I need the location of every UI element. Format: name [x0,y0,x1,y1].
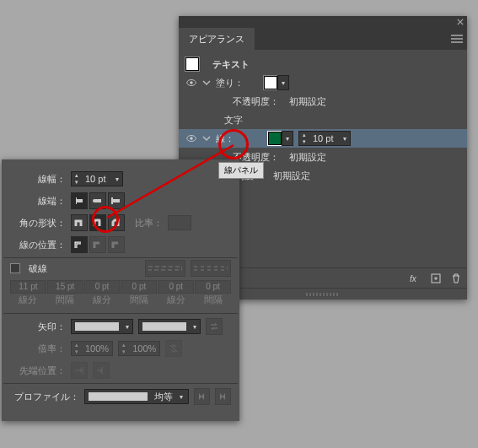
characters-row[interactable]: 文字 [185,111,460,129]
arrow-label: 矢印： [10,321,66,333]
chevron-down-icon[interactable] [202,134,211,143]
opacity-label: 不透明度： [233,95,279,108]
cap-label: 線端： [10,195,66,208]
close-icon[interactable] [457,19,464,25]
tooltip-stroke-panel: 線パネル [218,162,264,179]
dash-sublabel: 線分 [158,294,194,306]
text-swatch [185,57,199,71]
opacity-value: 初期設定 [289,151,326,164]
align-inside-icon [89,236,106,253]
stroke-row[interactable]: 線： ▾ ▴▾ 10 pt ▾ [179,129,467,148]
arrow-end-combo[interactable]: ▾ [138,319,201,334]
svg-point-3 [190,137,193,140]
dash-input: 0 pt [121,280,157,294]
align-label: 線の位置： [10,239,66,251]
fx-icon[interactable]: fx [410,273,422,284]
panel-menu-icon[interactable] [447,28,467,50]
tab-appearance[interactable]: アピアランス [179,28,255,50]
svg-rect-14 [148,267,182,270]
dash-inputs: 11 pt線分 15 pt間隔 0 pt線分 0 pt間隔 0 pt線分 0 p… [10,280,231,306]
dash-input: 0 pt [195,280,231,294]
cap-round-icon[interactable] [89,192,106,209]
join-round-icon[interactable] [89,214,106,231]
stroke-swatch-dropdown[interactable]: ▾ [282,131,293,146]
scale-label: 倍率： [10,343,66,355]
align-row: 線の位置： [10,234,231,256]
target-row: テキスト [185,55,460,73]
tip-extend-icon [71,362,88,379]
dash-input: 15 pt [47,280,83,294]
heading-text: テキスト [212,58,250,71]
join-miter-icon[interactable] [71,214,88,231]
dash-align-corners-icon [191,260,231,277]
eye-icon[interactable] [185,77,197,89]
arrow-row: 矢印： ▾ ▾ [10,316,231,337]
svg-point-1 [190,81,193,84]
char-label: 文字 [224,114,243,127]
stroke-swatch[interactable] [268,132,282,145]
join-row: 角の形状： 比率： [10,212,231,234]
fill-swatch-dropdown[interactable]: ▾ [277,75,289,90]
flip-vertical-icon [215,388,231,405]
panel-header-bar [179,16,467,28]
scale-end-input: ▴▾100% [118,341,160,356]
align-center-icon[interactable] [71,236,88,253]
dash-sublabel: 間隔 [47,294,83,306]
dash-sublabel: 線分 [10,294,46,306]
dash-sublabel: 間隔 [195,294,231,306]
stroke-width-combo[interactable]: ▴▾ 10 pt ▾ [298,131,351,146]
fill-opacity-row[interactable]: 不透明度： 初期設定 [185,92,460,111]
link-icon [165,340,182,357]
svg-rect-15 [194,267,228,270]
svg-text:fx: fx [410,274,417,283]
flip-horizontal-icon [194,388,210,405]
stroke-label: 線： [216,132,234,145]
cap-row: 線端： [10,190,231,212]
miter-ratio-input [168,215,191,230]
arrow-start-combo[interactable]: ▾ [71,319,133,334]
profile-row: プロファイル： 均等 ▾ [10,386,231,408]
opacity-value: 初期設定 [289,95,326,108]
fill-label: 塗り： [216,77,244,89]
fill-swatch[interactable] [264,76,277,89]
duplicate-icon[interactable] [430,273,442,284]
join-bevel-icon[interactable] [108,214,125,231]
svg-rect-13 [111,197,113,204]
profile-label: プロファイル： [10,391,79,403]
join-label: 角の形状： [10,217,66,229]
cap-square-icon[interactable] [108,192,125,209]
dash-input: 0 pt [84,280,121,294]
dashed-row: 破線 [10,260,231,277]
align-outside-icon [108,236,125,253]
svg-rect-9 [76,197,77,204]
dash-sublabel: 間隔 [121,294,157,306]
ratio-label: 比率： [135,217,163,229]
tip-place-icon [93,362,110,379]
scale-start-input: ▴▾100% [71,341,113,356]
arrow-swap-icon [206,318,223,335]
fill-row[interactable]: 塗り： ▾ [179,73,460,92]
dashed-checkbox[interactable] [10,263,20,273]
svg-rect-8 [76,199,83,202]
stroke-panel: 線幅： ▴▾ 10 pt ▾ 線端： 角の形状： 比率： [2,159,239,421]
eye-icon[interactable] [185,132,197,144]
dashed-label: 破線 [29,262,47,275]
chevron-down-icon[interactable] [202,78,211,87]
arrow-scale-row: 倍率： ▴▾100% ▴▾100% [10,337,231,359]
svg-point-11 [93,199,96,202]
width-label: 線幅： [10,173,66,186]
cap-butt-icon[interactable] [71,192,88,209]
tip-label: 先端位置： [10,364,66,377]
trash-icon[interactable] [450,273,462,284]
profile-combo[interactable]: 均等 ▾ [84,389,189,404]
dash-input: 11 pt [10,280,46,294]
dash-preserve-exact-icon [145,260,185,277]
tip-row: 先端位置： [10,359,231,381]
dash-sublabel: 線分 [84,294,121,306]
dash-input: 0 pt [158,280,194,294]
opacity-value: 初期設定 [273,170,310,182]
tab-strip: アピアランス [179,28,467,50]
stroke-width-row: 線幅： ▴▾ 10 pt ▾ [10,168,231,190]
stroke-width-combo[interactable]: ▴▾ 10 pt ▾ [71,171,123,186]
